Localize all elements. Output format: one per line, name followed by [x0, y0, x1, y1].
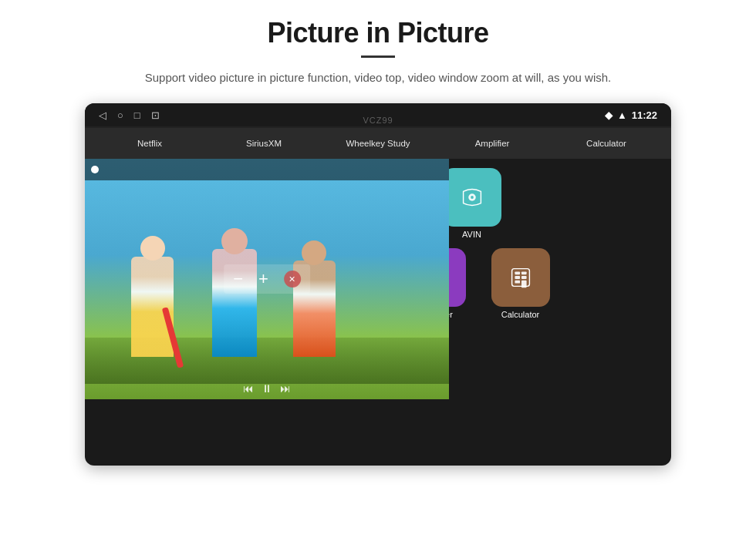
subtitle-text: Support video picture in picture functio… [108, 69, 648, 86]
label-calculator: Calculator [549, 139, 663, 148]
label-sirius: SiriusXM [207, 139, 321, 148]
page-container: Picture in Picture Support video picture… [0, 0, 756, 538]
status-time: 11:22 [632, 109, 657, 121]
bottom-labels-bar: Netflix SiriusXM Wheelkey Study Amplifie… [85, 128, 671, 159]
pip-top-controls [85, 159, 449, 180]
app-calculator[interactable]: Calculator [484, 248, 557, 319]
home-icon[interactable]: ○ [117, 109, 123, 121]
record-indicator [91, 166, 99, 173]
pip-minimize-button[interactable]: − [233, 269, 243, 289]
pip-close-button[interactable]: ✕ [284, 271, 301, 287]
avin-label: AVIN [462, 230, 481, 239]
recents-icon[interactable]: □ [134, 109, 140, 121]
svg-rect-8 [511, 269, 529, 287]
calculator-icon [491, 248, 550, 307]
pip-container[interactable]: − + ✕ ⏮ ⏸ ⏭ [85, 159, 449, 399]
title-divider [361, 55, 395, 58]
play-pause-button[interactable]: ⏸ [262, 382, 272, 395]
location-icon: ◆ [605, 109, 613, 121]
svg-rect-13 [515, 281, 520, 284]
pip-maximize-button[interactable]: + [258, 269, 268, 289]
page-title: Picture in Picture [46, 17, 710, 49]
wifi-icon: ▲ [617, 109, 627, 121]
fast-forward-button[interactable]: ⏭ [280, 382, 291, 395]
svg-point-4 [471, 196, 474, 199]
status-bar-right: ◆ ▲ 11:22 [605, 109, 657, 121]
rewind-button[interactable]: ⏮ [243, 382, 254, 395]
back-icon[interactable]: ◁ [99, 109, 106, 121]
status-bar-left: ◁ ○ □ ⊡ [99, 109, 160, 121]
svg-rect-10 [521, 272, 526, 275]
svg-rect-11 [515, 276, 520, 279]
svg-rect-12 [521, 276, 526, 279]
pip-center-controls[interactable]: − + ✕ [224, 264, 310, 294]
svg-rect-9 [515, 272, 520, 275]
pip-video: − + ✕ ⏮ ⏸ ⏭ [85, 159, 449, 399]
device-frame: ◁ ○ □ ⊡ ◆ ▲ 11:22 ⌂ ⚡ ▲ 5:28 PM 📷 🔊 [85, 103, 671, 466]
label-wheelkey: Wheelkey Study [321, 139, 435, 148]
label-amplifier: Amplifier [435, 139, 549, 148]
label-netflix: Netflix [93, 139, 207, 148]
calculator-label: Calculator [501, 310, 540, 319]
pip-playback-controls[interactable]: ⏮ ⏸ ⏭ [243, 382, 291, 395]
header-section: Picture in Picture Support video picture… [0, 0, 756, 94]
cast-icon[interactable]: ⊡ [151, 109, 160, 121]
avin-icon [443, 168, 501, 227]
svg-rect-14 [521, 281, 526, 288]
watermark: VCZ99 [363, 116, 393, 125]
